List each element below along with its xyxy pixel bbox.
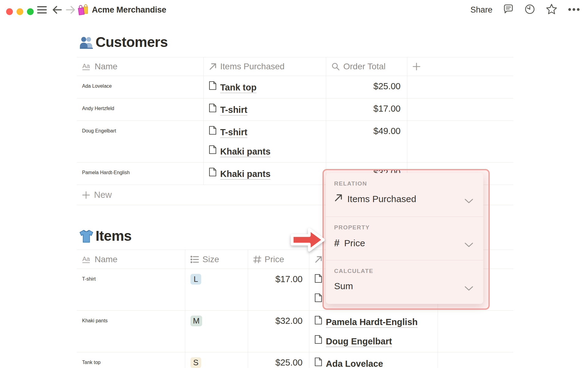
calculate-select[interactable]: Sum — [334, 281, 483, 291]
table-row: Andy HertzfeldT-shirt$17.00 — [77, 98, 513, 121]
table-row: Ada LovelaceTank top$25.00 — [77, 76, 513, 98]
calculate-section-label: CALCULATE — [334, 268, 483, 274]
tshirt-icon — [79, 228, 94, 243]
more-options-button[interactable] — [568, 7, 580, 13]
page-icon — [209, 103, 217, 116]
sidebar-toggle-button[interactable] — [37, 0, 47, 20]
plus-icon — [413, 63, 420, 71]
page-title[interactable]: Acme Merchandise — [92, 0, 166, 20]
relation-icon — [209, 63, 217, 71]
item-name-link[interactable]: T-shirt — [82, 276, 96, 282]
users-icon — [79, 35, 94, 49]
column-header-order-total[interactable]: Order Total — [326, 57, 407, 76]
customers-relation-cell[interactable]: Ada Lovelace — [309, 352, 438, 368]
page-icon — [315, 274, 322, 287]
order-total-cell: $25.00 — [326, 76, 407, 98]
number-hash-icon: # — [334, 237, 340, 249]
chevron-down-icon — [464, 242, 473, 249]
page-link[interactable]: Doug Engelbart — [315, 335, 433, 348]
customers-db-title[interactable]: Customers — [96, 34, 168, 50]
property-select[interactable]: # Price — [334, 237, 483, 249]
zoom-window-button[interactable] — [27, 8, 34, 15]
page-link-label: Khaki pants — [220, 146, 270, 157]
column-header-items-purchased[interactable]: Items Purchased — [204, 57, 326, 76]
number-hash-icon — [253, 255, 261, 263]
calculate-section: CALCULATE Sum — [326, 260, 483, 304]
page-link[interactable]: Khaki pants — [209, 167, 322, 180]
page-link[interactable]: Khaki pants — [209, 145, 322, 158]
item-name-cell[interactable]: T-shirt — [77, 269, 185, 310]
chevron-down-icon — [464, 198, 473, 205]
table-row: Tank topS$25.00Ada Lovelace — [77, 352, 513, 368]
price-cell[interactable]: $25.00 — [248, 352, 309, 368]
chevron-down-icon — [464, 286, 473, 292]
items-purchased-cell[interactable]: T-shirtKhaki pants — [204, 121, 326, 162]
item-name-link[interactable]: Tank top — [82, 360, 100, 365]
items-purchased-cell[interactable]: Tank top — [204, 76, 326, 98]
comments-button[interactable] — [503, 4, 514, 16]
relation-select[interactable]: Items Purchased — [334, 194, 483, 204]
share-button[interactable]: Share — [470, 5, 492, 15]
size-cell[interactable]: M — [185, 311, 248, 352]
items-purchased-cell[interactable]: Khaki pants — [204, 163, 326, 185]
customer-name-cell[interactable]: Ada Lovelace — [77, 76, 204, 98]
customer-name-link[interactable]: Pamela Hardt-English — [82, 170, 130, 175]
customers-table-header: Aa Name Items Purchased Order Total — [77, 57, 513, 76]
item-name-cell[interactable]: Khaki pants — [77, 311, 185, 352]
customers-db-heading: Customers — [79, 34, 168, 50]
customer-name-link[interactable]: Andy Hertzfeld — [82, 106, 114, 111]
empty-cell — [407, 98, 513, 121]
items-purchased-cell[interactable]: T-shirt — [204, 98, 326, 121]
page-link-label: T-shirt — [220, 105, 247, 115]
item-name-cell[interactable]: Tank top — [77, 352, 185, 368]
size-tag[interactable]: S — [190, 357, 201, 368]
svg-text:Aa: Aa — [82, 63, 90, 69]
size-cell[interactable]: L — [185, 269, 248, 310]
size-tag[interactable]: L — [190, 274, 201, 285]
shopping-bags-icon — [77, 0, 89, 20]
history-icon[interactable] — [524, 4, 535, 16]
back-button[interactable] — [52, 0, 62, 20]
minimize-window-button[interactable] — [17, 8, 23, 15]
empty-cell — [438, 352, 513, 368]
size-cell[interactable]: S — [185, 352, 248, 368]
customer-name-link[interactable]: Doug Engelbart — [82, 128, 116, 133]
order-total-cell: $17.00 — [326, 98, 407, 121]
add-property-button[interactable] — [407, 57, 513, 76]
close-window-button[interactable] — [6, 8, 13, 15]
empty-cell — [407, 76, 513, 98]
title-bar: Acme Merchandise Share — [0, 0, 588, 20]
customer-name-cell[interactable]: Doug Engelbart — [77, 121, 204, 162]
title-icon: Aa — [82, 62, 91, 71]
page-link[interactable]: T-shirt — [209, 126, 322, 139]
page-link[interactable]: Tank top — [209, 81, 322, 94]
relation-section: RELATION Items Purchased — [326, 173, 483, 217]
page-icon — [315, 357, 322, 368]
notion-window: Acme Merchandise Share — [0, 0, 588, 368]
relation-section-label: RELATION — [334, 180, 483, 187]
page-link[interactable]: Ada Lovelace — [315, 357, 433, 368]
size-tag[interactable]: M — [190, 316, 202, 326]
item-name-link[interactable]: Khaki pants — [82, 318, 108, 323]
page-link-label: Tank top — [220, 82, 257, 93]
column-header-name[interactable]: Aa Name — [77, 57, 204, 76]
customer-name-cell[interactable]: Pamela Hardt-English — [77, 163, 204, 185]
items-db-title[interactable]: Items — [96, 228, 132, 244]
star-icon[interactable] — [546, 4, 557, 16]
column-header-size[interactable]: Size — [185, 250, 248, 269]
forward-button[interactable] — [65, 0, 76, 20]
customer-name-cell[interactable]: Andy Hertzfeld — [77, 98, 204, 121]
price-cell[interactable]: $17.00 — [248, 269, 309, 310]
page-link-label: Ada Lovelace — [326, 358, 383, 368]
customers-relation-cell[interactable]: Pamela Hardt-EnglishDoug Engelbart — [309, 311, 438, 352]
price-cell[interactable]: $32.00 — [248, 311, 309, 352]
page-icon — [209, 145, 217, 158]
customer-name-link[interactable]: Ada Lovelace — [82, 83, 112, 89]
column-header-name[interactable]: Aa Name — [77, 250, 185, 269]
page-icon — [315, 316, 322, 328]
red-arrow-icon — [290, 227, 326, 254]
property-section-label: PROPERTY — [334, 224, 483, 231]
customers-table-body: Ada LovelaceTank top$25.00Andy Hertzfeld… — [77, 76, 513, 185]
page-link[interactable]: Pamela Hardt-English — [315, 316, 433, 328]
page-link[interactable]: T-shirt — [209, 103, 322, 116]
